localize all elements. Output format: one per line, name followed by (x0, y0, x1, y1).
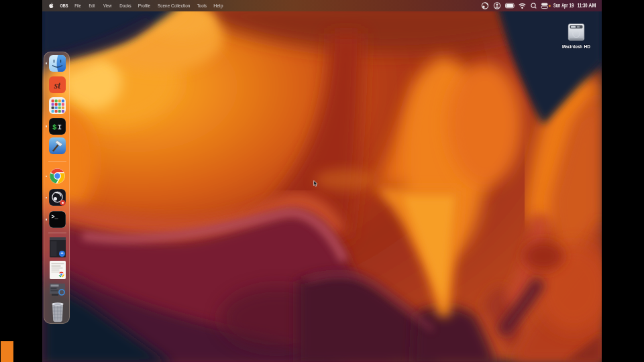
svg-text:Edit: Edit (89, 3, 95, 9)
svg-text:Apr: Apr (561, 2, 568, 9)
svg-text:AM: AM (588, 2, 596, 9)
svg-text:HD: HD (584, 44, 591, 50)
svg-text:Docks: Docks (119, 3, 131, 9)
svg-text:Macintosh: Macintosh (562, 44, 582, 50)
svg-text:File: File (74, 3, 81, 9)
svg-text:Tools: Tools (197, 3, 207, 9)
svg-text:Help: Help (213, 3, 223, 9)
svg-text:I: I (58, 123, 62, 131)
svg-text:Sun: Sun (553, 2, 560, 9)
svg-text:st: st (54, 80, 61, 90)
svg-text:$: $ (52, 123, 57, 131)
svg-text:Profile: Profile (138, 3, 151, 9)
svg-text:OBS: OBS (60, 3, 68, 9)
svg-text:19: 19 (570, 2, 574, 9)
svg-text:>_: >_ (52, 213, 59, 220)
svg-text:11:30: 11:30 (578, 2, 588, 9)
svg-text:Scene Collection: Scene Collection (158, 3, 190, 9)
svg-text:View: View (103, 3, 112, 9)
